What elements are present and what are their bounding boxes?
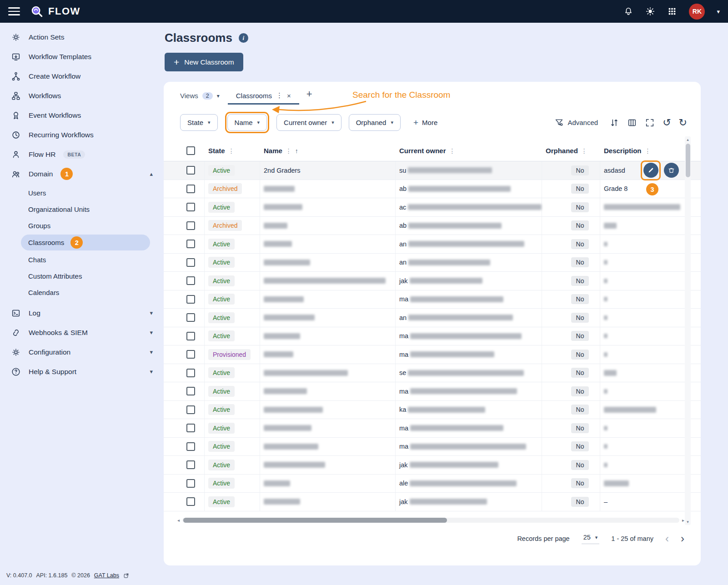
sidebar-item-users[interactable]: Users bbox=[0, 185, 164, 201]
row-checkbox[interactable] bbox=[186, 350, 195, 359]
table-row[interactable]: ActivejakNo bbox=[164, 272, 701, 290]
sidebar-item-domain[interactable]: Domain1▴ bbox=[0, 164, 164, 184]
hamburger-menu-icon[interactable] bbox=[8, 6, 20, 16]
sidebar-item-recurring-workflows[interactable]: Recurring Workflows bbox=[0, 125, 164, 145]
column-menu-icon[interactable]: ⋮ bbox=[645, 147, 651, 155]
filter-current-owner[interactable]: Current owner▾ bbox=[276, 114, 341, 131]
scroll-down-icon[interactable]: ▾ bbox=[685, 520, 691, 524]
row-checkbox[interactable] bbox=[186, 276, 195, 285]
row-checkbox[interactable] bbox=[186, 460, 195, 469]
row-checkbox[interactable] bbox=[186, 405, 195, 414]
fullscreen-icon[interactable] bbox=[645, 118, 655, 128]
undo-icon[interactable]: ↺ bbox=[663, 118, 671, 128]
sidebar-item-classrooms[interactable]: Classrooms2 bbox=[21, 235, 150, 250]
vertical-scrollbar[interactable]: ▴ ▾ bbox=[685, 136, 691, 525]
table-row[interactable]: ActivemaNo bbox=[164, 419, 701, 438]
sort-ascending-icon[interactable]: ↑ bbox=[295, 147, 298, 155]
tab-views[interactable]: Views 2 ▾ bbox=[172, 88, 228, 105]
row-checkbox[interactable] bbox=[186, 424, 195, 432]
row-checkbox[interactable] bbox=[186, 295, 195, 304]
edit-button[interactable] bbox=[643, 163, 658, 178]
filter-state[interactable]: State▾ bbox=[180, 114, 218, 131]
sidebar-item-help-support[interactable]: Help & Support▾ bbox=[0, 362, 164, 381]
column-menu-icon[interactable]: ⋮ bbox=[581, 147, 587, 155]
horizontal-scrollbar[interactable]: ◂ ▸ bbox=[177, 517, 684, 523]
sidebar-item-chats[interactable]: Chats bbox=[0, 251, 164, 268]
table-row[interactable]: ActiveanNo bbox=[164, 235, 701, 254]
horizontal-scroll-thumb[interactable] bbox=[183, 518, 447, 523]
add-view-button[interactable]: + bbox=[299, 88, 320, 105]
gat-labs-link[interactable]: GAT Labs bbox=[94, 572, 119, 579]
column-menu-icon[interactable]: ⋮ bbox=[449, 147, 456, 155]
table-row[interactable]: ActivemaNo bbox=[164, 290, 701, 309]
table-row[interactable]: ActivemaNo bbox=[164, 327, 701, 346]
column-menu-icon[interactable]: ⋮ bbox=[286, 147, 292, 155]
info-icon[interactable]: i bbox=[239, 33, 248, 43]
apps-grid-icon[interactable] bbox=[667, 6, 677, 16]
sidebar-item-flow-hr[interactable]: Flow HRBETA bbox=[0, 145, 164, 164]
row-checkbox[interactable] bbox=[186, 442, 195, 451]
select-all-checkbox[interactable] bbox=[186, 146, 195, 155]
table-row[interactable]: ActivemaNo bbox=[164, 382, 701, 401]
notifications-bell-icon[interactable] bbox=[623, 6, 633, 16]
row-checkbox[interactable] bbox=[186, 166, 195, 175]
sidebar-item-action-sets[interactable]: Action Sets bbox=[0, 27, 164, 47]
row-checkbox[interactable] bbox=[186, 221, 195, 230]
table-row[interactable]: ActivekaNo bbox=[164, 401, 701, 420]
theme-brightness-icon[interactable] bbox=[645, 6, 655, 16]
tab-classrooms[interactable]: Classrooms ⋮ × bbox=[228, 87, 299, 105]
sidebar-item-create-workflow[interactable]: Create Workflow bbox=[0, 66, 164, 86]
scroll-up-icon[interactable]: ▴ bbox=[685, 137, 691, 142]
table-row[interactable]: ActiveanNo bbox=[164, 309, 701, 327]
table-row[interactable]: ActiveacNo bbox=[164, 198, 701, 217]
sidebar-item-workflow-templates[interactable]: Workflow Templates bbox=[0, 47, 164, 66]
row-checkbox[interactable] bbox=[186, 240, 195, 248]
table-row[interactable]: ProvisionedmaNo bbox=[164, 345, 701, 364]
account-chevron-down-icon[interactable]: ▾ bbox=[717, 8, 720, 15]
sidebar-item-calendars[interactable]: Calendars bbox=[0, 284, 164, 300]
more-filters-button[interactable]: + More bbox=[413, 118, 437, 128]
row-height-icon[interactable] bbox=[609, 118, 619, 128]
sidebar-item-webhooks-siem[interactable]: Webhooks & SIEM▾ bbox=[0, 323, 164, 342]
refresh-icon[interactable]: ↻ bbox=[679, 118, 687, 128]
sidebar-item-configuration[interactable]: Configuration▾ bbox=[0, 342, 164, 362]
table-row[interactable]: ActiveseNo bbox=[164, 364, 701, 383]
records-per-page-select[interactable]: 25 ▾ bbox=[582, 533, 600, 544]
tab-kebab-icon[interactable]: ⋮ bbox=[276, 91, 283, 100]
sidebar-item-organizational-units[interactable]: Organizational Units bbox=[0, 201, 164, 217]
table-row[interactable]: ActivemaNo bbox=[164, 438, 701, 456]
table-row[interactable]: ActivejakNo– bbox=[164, 493, 701, 511]
columns-icon[interactable] bbox=[627, 118, 637, 128]
previous-page-icon[interactable]: ‹ bbox=[665, 533, 669, 544]
table-row[interactable]: ActivejakNo bbox=[164, 456, 701, 475]
filter-orphaned[interactable]: Orphaned▾ bbox=[349, 114, 401, 131]
user-avatar[interactable]: RK bbox=[689, 4, 705, 20]
row-checkbox[interactable] bbox=[186, 185, 195, 193]
sidebar-item-custom-attributes[interactable]: Custom Attributes bbox=[0, 268, 164, 284]
scroll-right-icon[interactable]: ▸ bbox=[682, 518, 684, 523]
table-row[interactable]: ArchivedabNo bbox=[164, 217, 701, 235]
column-menu-icon[interactable]: ⋮ bbox=[228, 147, 235, 155]
row-checkbox[interactable] bbox=[186, 387, 195, 395]
row-checkbox[interactable] bbox=[186, 258, 195, 267]
row-checkbox[interactable] bbox=[186, 313, 195, 322]
table-row[interactable]: ActiveanNo bbox=[164, 254, 701, 272]
sidebar-item-log[interactable]: Log▾ bbox=[0, 303, 164, 323]
row-checkbox[interactable] bbox=[186, 203, 195, 211]
table-row[interactable]: ActivealeNo bbox=[164, 475, 701, 493]
table-row[interactable]: ArchivedabNoGrade 8 bbox=[164, 180, 701, 199]
table-row[interactable]: Active2nd GraderssuNoasdasd3 bbox=[164, 161, 701, 180]
row-checkbox[interactable] bbox=[186, 369, 195, 377]
filter-name[interactable]: Name▾ bbox=[227, 114, 267, 131]
sidebar-item-workflows[interactable]: Workflows bbox=[0, 86, 164, 105]
next-page-icon[interactable]: › bbox=[681, 533, 684, 544]
sidebar-item-event-workflows[interactable]: Event Workflows bbox=[0, 105, 164, 125]
row-checkbox[interactable] bbox=[186, 332, 195, 340]
new-classroom-button[interactable]: + New Classroom bbox=[165, 53, 243, 71]
row-checkbox[interactable] bbox=[186, 497, 195, 506]
tab-close-icon[interactable]: × bbox=[287, 92, 291, 100]
delete-button[interactable] bbox=[664, 163, 679, 178]
sidebar-item-groups[interactable]: Groups bbox=[0, 217, 164, 234]
advanced-filter-button[interactable]: Advanced bbox=[554, 118, 598, 127]
vertical-scroll-thumb[interactable] bbox=[686, 144, 690, 177]
